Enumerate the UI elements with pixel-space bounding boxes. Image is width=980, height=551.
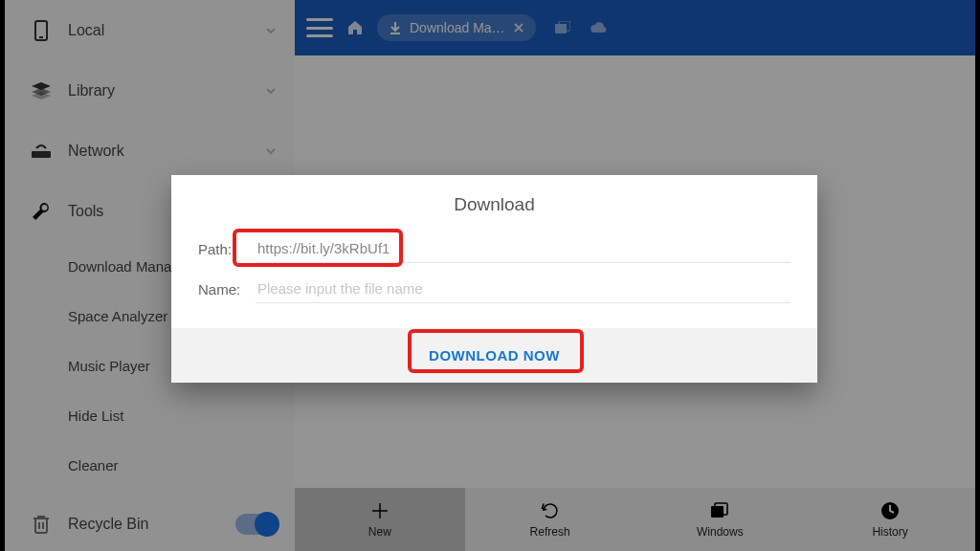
name-label: Name:: [198, 281, 256, 298]
download-dialog: Download Path: Name: DOWNLOAD NOW: [171, 175, 817, 383]
name-input[interactable]: [256, 275, 791, 303]
dialog-footer: DOWNLOAD NOW: [171, 328, 817, 383]
path-label: Path:: [198, 241, 256, 257]
dialog-title: Download: [171, 175, 817, 229]
path-input[interactable]: [256, 234, 791, 263]
download-now-button[interactable]: DOWNLOAD NOW: [412, 342, 577, 369]
